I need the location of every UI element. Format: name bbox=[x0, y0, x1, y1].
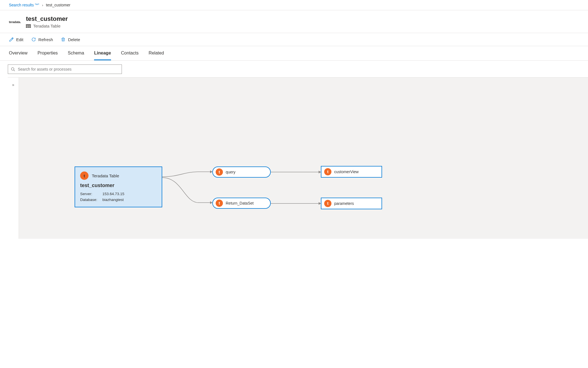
teradata-icon: t bbox=[80, 171, 88, 180]
tabs: Overview Properties Schema Lineage Conta… bbox=[0, 46, 588, 61]
svg-rect-5 bbox=[28, 27, 29, 28]
panel-expand-button[interactable]: » bbox=[8, 78, 19, 239]
node-return-dataset-label: Return_DataSet bbox=[226, 201, 254, 205]
teradata-icon: t bbox=[216, 168, 223, 176]
lineage-node-query[interactable]: t query bbox=[212, 166, 271, 178]
node-customerview-label: customerView bbox=[334, 170, 359, 174]
teradata-logo: teradata. bbox=[9, 20, 21, 24]
lineage-search[interactable] bbox=[8, 64, 122, 74]
breadcrumb-search-link[interactable]: Search results "*" bbox=[9, 3, 39, 7]
svg-rect-6 bbox=[29, 27, 31, 28]
svg-rect-3 bbox=[29, 25, 31, 26]
delete-label: Delete bbox=[68, 37, 80, 42]
search-input[interactable] bbox=[18, 67, 119, 71]
lineage-node-return-dataset[interactable]: t Return_DataSet bbox=[212, 198, 271, 209]
svg-rect-2 bbox=[28, 25, 29, 26]
lineage-canvas[interactable]: t Teradata Table test_customer Server: 1… bbox=[19, 78, 588, 239]
node-query-label: query bbox=[226, 170, 235, 174]
lineage-node-main[interactable]: t Teradata Table test_customer Server: 1… bbox=[75, 166, 162, 207]
refresh-icon bbox=[31, 37, 36, 42]
tab-properties[interactable]: Properties bbox=[38, 46, 58, 60]
action-bar: Edit Refresh Delete bbox=[0, 33, 588, 46]
delete-button[interactable]: Delete bbox=[61, 37, 80, 42]
tab-schema[interactable]: Schema bbox=[68, 46, 84, 60]
database-value: biazhangtest bbox=[102, 198, 157, 202]
svg-marker-9 bbox=[210, 170, 212, 173]
database-label: Database: bbox=[80, 198, 102, 202]
pencil-icon bbox=[9, 37, 14, 42]
node-main-type: Teradata Table bbox=[92, 173, 119, 178]
svg-rect-0 bbox=[26, 24, 31, 25]
tab-contacts[interactable]: Contacts bbox=[121, 46, 139, 60]
asset-type: Teradata Table bbox=[33, 24, 60, 28]
lineage-node-customerview[interactable]: t customerView bbox=[321, 166, 382, 178]
svg-marker-12 bbox=[319, 171, 321, 173]
link-main-to-query bbox=[162, 166, 218, 180]
svg-marker-10 bbox=[210, 201, 212, 204]
svg-rect-4 bbox=[26, 27, 27, 28]
node-parameters-label: parameters bbox=[334, 201, 354, 206]
link-main-to-returndataset bbox=[162, 175, 218, 208]
breadcrumb-search-query: "*" bbox=[35, 3, 39, 7]
breadcrumb-current: test_customer bbox=[46, 3, 70, 7]
refresh-button[interactable]: Refresh bbox=[31, 37, 53, 42]
tab-lineage[interactable]: Lineage bbox=[94, 46, 111, 60]
server-value: 153.64.73.15 bbox=[102, 192, 157, 196]
asset-header: teradata. test_customer Teradata Table bbox=[0, 10, 588, 33]
tab-related[interactable]: Related bbox=[149, 46, 164, 60]
link-query-to-customerview bbox=[271, 169, 326, 175]
refresh-label: Refresh bbox=[38, 37, 53, 42]
teradata-icon: t bbox=[216, 200, 223, 207]
trash-icon bbox=[61, 37, 66, 42]
table-icon bbox=[26, 24, 31, 28]
svg-marker-14 bbox=[319, 202, 321, 205]
tab-overview[interactable]: Overview bbox=[9, 46, 28, 60]
edit-button[interactable]: Edit bbox=[9, 37, 23, 42]
search-icon bbox=[11, 67, 15, 71]
link-returndataset-to-parameters bbox=[271, 201, 326, 206]
page-title: test_customer bbox=[26, 15, 68, 23]
breadcrumb: Search results "*" › test_customer bbox=[0, 0, 588, 10]
svg-line-8 bbox=[14, 70, 15, 71]
breadcrumb-search-label: Search results bbox=[9, 3, 35, 7]
lineage-node-parameters[interactable]: t parameters bbox=[321, 198, 382, 209]
svg-point-7 bbox=[11, 68, 14, 70]
chevron-double-right-icon: » bbox=[12, 83, 14, 239]
teradata-icon: t bbox=[324, 168, 331, 175]
edit-label: Edit bbox=[16, 37, 23, 42]
svg-rect-1 bbox=[26, 25, 27, 26]
node-main-name: test_customer bbox=[80, 183, 157, 188]
chevron-right-icon: › bbox=[42, 3, 43, 7]
teradata-icon: t bbox=[324, 200, 331, 207]
server-label: Server: bbox=[80, 192, 102, 196]
